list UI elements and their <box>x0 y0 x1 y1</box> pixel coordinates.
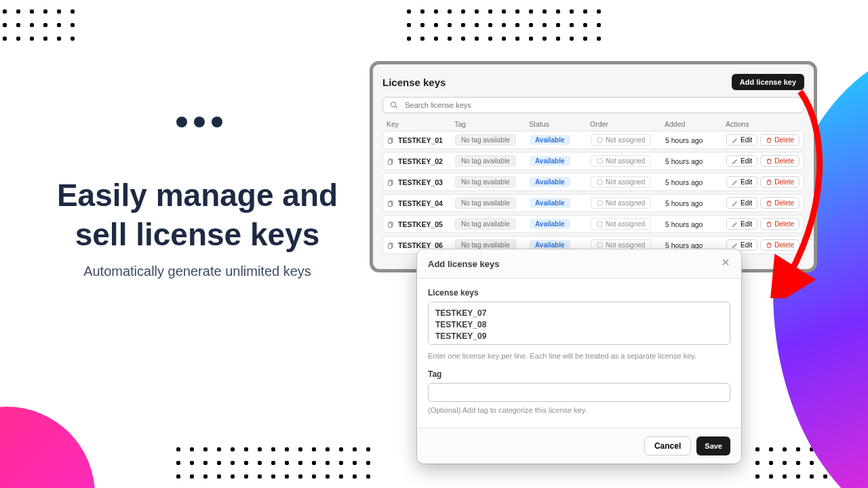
key-text: TESTKEY_01 <box>398 136 443 144</box>
table-row: TESTKEY_01No tag availableAvailableNot a… <box>382 131 804 149</box>
key-cell: TESTKEY_05 <box>387 220 455 228</box>
delete-button[interactable]: Delete <box>760 197 800 209</box>
delete-button[interactable]: Delete <box>760 176 800 188</box>
pencil-icon <box>732 200 738 207</box>
key-text: TESTKEY_02 <box>398 157 443 165</box>
clipboard-icon[interactable] <box>387 178 394 186</box>
table-row: TESTKEY_05No tag availableAvailableNot a… <box>382 215 804 233</box>
svg-rect-5 <box>389 159 392 164</box>
key-cell: TESTKEY_06 <box>387 241 455 249</box>
col-added: Added <box>665 120 726 128</box>
key-cell: TESTKEY_01 <box>387 136 455 144</box>
tag-pill: No tag available <box>455 197 516 209</box>
added-text: 5 hours ago <box>665 241 726 249</box>
table-row: TESTKEY_03No tag availableAvailableNot a… <box>382 173 804 191</box>
col-tag: Tag <box>454 120 529 128</box>
search-icon <box>390 101 398 109</box>
col-order: Order <box>590 120 665 128</box>
clipboard-icon[interactable] <box>387 157 394 165</box>
clipboard-icon[interactable] <box>387 241 394 249</box>
modal-close-button[interactable] <box>721 258 730 270</box>
key-text: TESTKEY_04 <box>398 199 443 207</box>
tag-hint: (Optional) Add tag to categorize this li… <box>428 406 730 414</box>
decor-dots-tc <box>407 9 601 41</box>
tag-pill: No tag available <box>455 176 516 188</box>
order-pill: Not assigned <box>591 155 651 167</box>
close-icon <box>721 258 730 267</box>
added-text: 5 hours ago <box>665 157 726 165</box>
key-text: TESTKEY_05 <box>398 220 443 228</box>
edit-button[interactable]: Edit <box>726 176 757 188</box>
pencil-icon <box>732 137 738 144</box>
add-license-keys-modal: Add license keys License keys Enter one … <box>417 249 741 464</box>
tag-pill: No tag available <box>455 134 516 146</box>
hero-copy: Easily manage and sell license keys Auto… <box>38 176 357 279</box>
decor-pink-blob <box>0 407 95 488</box>
pencil-icon <box>732 221 738 228</box>
status-pill: Available <box>530 240 570 250</box>
clipboard-icon[interactable] <box>387 136 394 144</box>
order-pill: Not assigned <box>591 176 651 188</box>
svg-rect-11 <box>389 222 392 227</box>
license-keys-hint: Enter one license key per line. Each lin… <box>428 352 730 360</box>
tag-pill: No tag available <box>455 218 516 230</box>
svg-rect-3 <box>389 138 392 143</box>
delete-button[interactable]: Delete <box>760 239 800 251</box>
svg-rect-7 <box>389 180 392 185</box>
key-cell: TESTKEY_04 <box>387 199 455 207</box>
edit-button[interactable]: Edit <box>726 155 757 167</box>
status-pill: Available <box>530 219 570 229</box>
table-header: Key Tag Status Order Added Actions <box>382 117 804 131</box>
decor-ellipsis <box>176 117 222 127</box>
edit-button[interactable]: Edit <box>726 218 757 230</box>
clipboard-icon[interactable] <box>387 220 394 228</box>
search-wrapper[interactable] <box>382 97 804 113</box>
added-text: 5 hours ago <box>665 136 726 144</box>
svg-point-0 <box>391 102 396 107</box>
tag-label: Tag <box>428 369 730 379</box>
col-actions: Actions <box>726 120 814 128</box>
tag-input[interactable] <box>428 383 730 402</box>
cancel-button[interactable]: Cancel <box>644 436 691 455</box>
trash-icon <box>766 137 772 144</box>
pencil-icon <box>732 242 738 249</box>
license-keys-textarea[interactable] <box>428 302 730 345</box>
clipboard-icon[interactable] <box>387 199 394 207</box>
panel-title: License keys <box>382 77 446 88</box>
hero-title: Easily manage and sell license keys <box>38 176 357 254</box>
svg-rect-13 <box>389 243 392 248</box>
status-pill: Available <box>530 198 570 208</box>
order-pill: Not assigned <box>591 218 651 230</box>
trash-icon <box>766 200 772 207</box>
status-pill: Available <box>530 156 570 166</box>
delete-button[interactable]: Delete <box>760 218 800 230</box>
key-cell: TESTKEY_02 <box>387 157 455 165</box>
pencil-icon <box>732 179 738 186</box>
added-text: 5 hours ago <box>665 220 726 228</box>
trash-icon <box>766 221 772 228</box>
add-license-key-button[interactable]: Add license key <box>732 74 804 90</box>
svg-rect-9 <box>389 201 392 206</box>
edit-button[interactable]: Edit <box>726 134 757 146</box>
key-text: TESTKEY_03 <box>398 178 443 186</box>
delete-button[interactable]: Delete <box>760 134 800 146</box>
modal-title: Add license keys <box>428 259 500 269</box>
search-input[interactable] <box>403 100 797 110</box>
license-keys-panel: License keys Add license key Key Tag Sta… <box>370 61 817 272</box>
license-keys-label: License keys <box>428 288 730 298</box>
hero-subtitle: Automatically generate unlimited keys <box>38 264 357 279</box>
edit-button[interactable]: Edit <box>726 197 757 209</box>
delete-button[interactable]: Delete <box>760 155 800 167</box>
tag-pill: No tag available <box>455 155 516 167</box>
svg-line-1 <box>395 106 397 108</box>
order-pill: Not assigned <box>591 134 651 146</box>
added-text: 5 hours ago <box>665 178 726 186</box>
trash-icon <box>766 179 772 186</box>
trash-icon <box>766 158 772 165</box>
key-cell: TESTKEY_03 <box>387 178 455 186</box>
decor-dots-tl <box>3 9 75 41</box>
table-row: TESTKEY_04No tag availableAvailableNot a… <box>382 194 804 212</box>
trash-icon <box>766 242 772 249</box>
pencil-icon <box>732 158 738 165</box>
save-button[interactable]: Save <box>696 436 730 455</box>
